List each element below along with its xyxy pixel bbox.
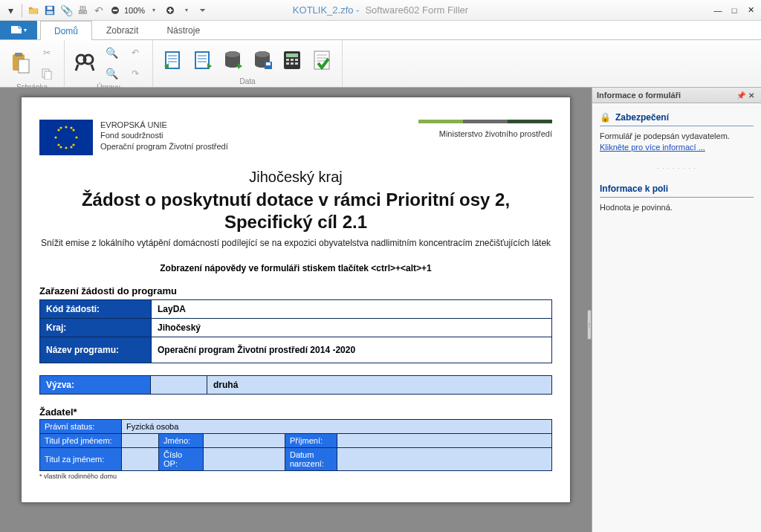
svg-point-38 — [72, 129, 74, 131]
titulpred-value[interactable] — [122, 434, 159, 448]
redo-ribbon-icon[interactable]: ↷ — [126, 64, 145, 83]
maximize-button[interactable]: □ — [727, 4, 742, 16]
datum-label: Datum narození: — [285, 448, 337, 471]
svg-point-33 — [65, 126, 67, 128]
paste-icon[interactable] — [7, 51, 33, 76]
qat-more-icon[interactable]: ▾ — [179, 3, 194, 18]
status-value[interactable]: Fyzická osoba — [122, 420, 552, 434]
qat-new-icon[interactable]: ▾ — [3, 3, 18, 18]
security-heading-text: Zabezpečení — [615, 112, 669, 123]
undo-icon[interactable]: ↶ — [91, 3, 106, 18]
minimize-button[interactable]: — — [710, 4, 725, 16]
svg-rect-28 — [295, 59, 298, 61]
zoom-dropdown-icon[interactable]: ▾ — [146, 3, 161, 18]
lock-icon: 🔒 — [600, 112, 611, 123]
ribbon-group-data: Data — [153, 40, 343, 87]
ministry-bar-icon — [418, 120, 552, 123]
svg-point-43 — [70, 146, 72, 148]
check-icon[interactable] — [309, 48, 334, 73]
ministry-block: Ministerstvo životního prostředí — [418, 120, 552, 138]
section-heading-program: Zařazení žádosti do programu — [39, 285, 552, 296]
svg-point-44 — [59, 146, 62, 148]
svg-rect-31 — [295, 62, 298, 65]
print-icon[interactable]: 🖶 — [75, 3, 90, 18]
form-page: EVROPSKÁ UNIE Fond soudržnosti Operační … — [21, 97, 571, 503]
svg-rect-4 — [113, 10, 117, 11]
status-label: Právní status: — [40, 420, 122, 434]
vyzva-value[interactable]: druhá — [207, 375, 552, 395]
ribbon: ✂ Schránka 🔍 🔍 ↶ ↷ Úpravy — [0, 40, 761, 88]
appname: Software602 Form Filler — [365, 4, 468, 16]
attach-icon[interactable]: 📎 — [59, 3, 74, 18]
data-save-icon[interactable] — [250, 48, 275, 73]
zoom-out-icon[interactable] — [108, 3, 123, 18]
help-hint: Zobrazení nápovědy ve formuláři stiskem … — [39, 263, 552, 273]
titulza-label: Titul za jménem: — [40, 448, 122, 471]
close-button[interactable]: ✕ — [743, 4, 758, 16]
svg-point-35 — [54, 136, 56, 138]
form-import-icon[interactable] — [161, 48, 186, 73]
eu-line3: Operační program Životní prostředí — [100, 141, 228, 152]
region-heading: Jihočeský kraj — [39, 169, 552, 186]
find-icon[interactable] — [72, 51, 97, 76]
find-next-icon[interactable]: 🔍 — [102, 43, 121, 62]
zoom-level[interactable]: 100% — [124, 3, 145, 18]
undo-ribbon-icon[interactable]: ↶ — [126, 43, 145, 62]
svg-point-39 — [57, 143, 59, 146]
doc-title: Žádost o poskytnutí dotace v rámci Prior… — [39, 189, 552, 233]
svg-point-21 — [255, 51, 270, 57]
data-load-icon[interactable] — [220, 48, 245, 73]
program-value[interactable]: Operační program Životní prostředí 2014 … — [152, 337, 552, 363]
kraj-value[interactable]: Jihočeský — [152, 319, 552, 337]
titulza-value[interactable] — [122, 448, 159, 471]
prijmeni-value[interactable] — [337, 434, 552, 448]
calc-icon[interactable] — [279, 48, 305, 73]
op-value[interactable] — [204, 448, 285, 471]
svg-rect-11 — [19, 59, 29, 73]
sidebar-title-text: Informace o formuláři — [597, 91, 681, 100]
titlebar: ▾ 📎 🖶 ↶ 100% ▾ ▾ ⏷ KOTLIK_2.zfo - Softwa… — [0, 0, 761, 21]
doc-subtitle: Snížit emise z lokálního vytápění domácn… — [39, 238, 552, 248]
eu-line2: Fond soudržnosti — [100, 130, 228, 140]
open-icon[interactable] — [26, 3, 41, 18]
pin-icon[interactable]: 📌 — [736, 90, 746, 100]
svg-rect-27 — [291, 59, 294, 61]
qat-customize-icon[interactable]: ⏷ — [195, 3, 210, 18]
close-panel-icon[interactable]: ✕ — [746, 90, 757, 100]
field-info-heading: Informace k poli — [600, 182, 754, 198]
svg-point-40 — [72, 143, 74, 146]
zoom-in-icon[interactable] — [163, 3, 178, 18]
sidebar-divider: · · · · · · · · — [592, 161, 761, 175]
tab-tools[interactable]: Nástroje — [152, 20, 214, 39]
jmeno-value[interactable] — [204, 434, 285, 448]
svg-rect-30 — [291, 62, 294, 65]
form-export-icon[interactable] — [190, 48, 216, 73]
splitter-handle[interactable]: ⋮ — [587, 310, 592, 340]
jmeno-label: Jméno: — [159, 434, 204, 448]
window-title: KOTLIK_2.zfo - Software602 Form Filler — [293, 4, 468, 16]
file-tab[interactable]: ▾ — [0, 20, 37, 39]
titulpred-label: Titul před jménem: — [40, 434, 122, 448]
op-label: Číslo OP: — [159, 448, 204, 471]
field-info-text: Hodnota je povinná. — [600, 202, 754, 213]
svg-rect-7 — [169, 8, 171, 13]
svg-rect-1 — [48, 6, 53, 9]
ribbon-group-clipboard: ✂ Schránka — [0, 40, 65, 87]
security-link[interactable]: Klikněte pro více informací ... — [600, 143, 705, 152]
tab-home[interactable]: Domů — [40, 21, 92, 40]
vyzva-label: Výzva: — [39, 375, 151, 395]
replace-icon[interactable]: 🔍 — [102, 64, 121, 83]
copy-icon[interactable] — [37, 64, 56, 83]
save-icon[interactable] — [42, 3, 57, 18]
datum-value[interactable] — [337, 448, 552, 471]
svg-rect-29 — [286, 62, 289, 65]
ribbon-group-edits: 🔍 🔍 ↶ ↷ Úpravy — [65, 40, 153, 87]
quick-access-toolbar: ▾ 📎 🖶 ↶ 100% ▾ ▾ ⏷ — [0, 3, 210, 18]
tab-view[interactable]: Zobrazit — [92, 20, 152, 39]
ribbon-group-label: Data — [239, 77, 255, 85]
kod-value[interactable]: LayDA — [152, 300, 552, 319]
kraj-label: Kraj: — [40, 319, 152, 337]
svg-point-42 — [59, 126, 62, 129]
cut-icon[interactable]: ✂ — [37, 43, 56, 62]
document-area[interactable]: EVROPSKÁ UNIE Fond soudržnosti Operační … — [0, 88, 592, 532]
